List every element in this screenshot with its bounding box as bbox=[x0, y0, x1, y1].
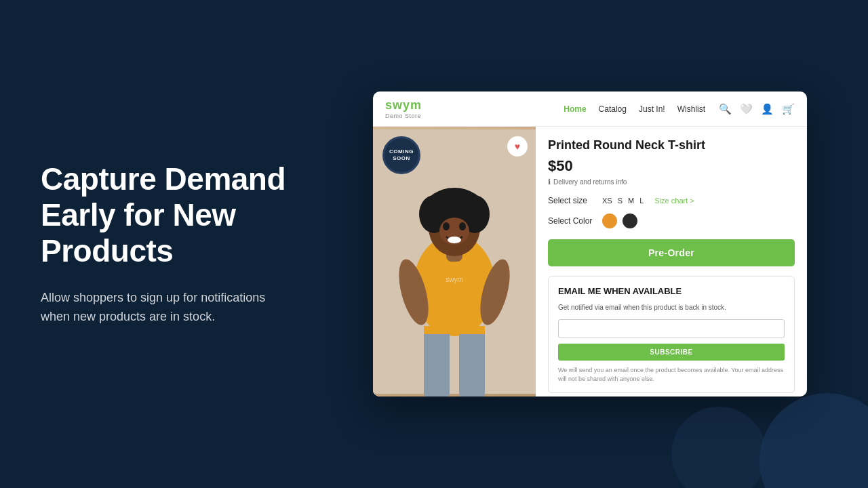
svg-text:swym: swym bbox=[446, 276, 463, 283]
color-options bbox=[602, 214, 637, 228]
coming-soon-line1: COMING bbox=[389, 148, 414, 155]
size-label: Select size bbox=[548, 196, 595, 205]
svg-point-10 bbox=[448, 237, 461, 243]
logo-sub: Demo Store bbox=[385, 113, 422, 119]
size-xs[interactable]: XS bbox=[602, 197, 612, 205]
deco-circle-2 bbox=[671, 407, 766, 488]
svg-rect-15 bbox=[459, 329, 485, 396]
store-window: swym Demo Store Home Catalog Just In! Wi… bbox=[373, 92, 807, 396]
product-price: $50 bbox=[548, 157, 795, 175]
size-s[interactable]: S bbox=[618, 197, 623, 205]
email-notify-title: EMAIL ME WHEN AVAILABLE bbox=[558, 286, 785, 298]
wishlist-heart-icon: ♥ bbox=[515, 141, 520, 152]
svg-rect-14 bbox=[424, 329, 450, 396]
delivery-info: ℹ Delivery and returns info bbox=[548, 178, 795, 186]
product-image-container: swym COMING SOON ♥ bbox=[373, 127, 536, 396]
svg-rect-16 bbox=[424, 326, 485, 334]
size-row: Select size XS S M L Size chart > bbox=[548, 196, 795, 205]
preorder-button[interactable]: Pre-Order bbox=[548, 239, 795, 266]
nav-just-in[interactable]: Just In! bbox=[639, 104, 665, 114]
cart-icon[interactable]: 🛒 bbox=[782, 103, 795, 115]
svg-point-11 bbox=[443, 222, 450, 230]
color-row: Select Color bbox=[548, 214, 795, 228]
nav-wishlist[interactable]: Wishlist bbox=[677, 104, 705, 114]
nav-home[interactable]: Home bbox=[564, 104, 586, 114]
logo-name: swym bbox=[385, 98, 422, 113]
store-logo: swym Demo Store bbox=[385, 98, 422, 119]
nav-icons: 🔍 🤍 👤 🛒 bbox=[719, 103, 795, 115]
nav-catalog[interactable]: Catalog bbox=[599, 104, 627, 114]
user-icon[interactable]: 👤 bbox=[761, 103, 774, 115]
nav-links: Home Catalog Just In! Wishlist bbox=[564, 104, 705, 114]
color-label: Select Color bbox=[548, 216, 595, 226]
store-mockup: swym Demo Store Home Catalog Just In! Wi… bbox=[326, 78, 868, 410]
delivery-info-text: Delivery and returns info bbox=[553, 178, 627, 186]
email-disclaimer: We will send you an email once the produ… bbox=[558, 366, 785, 383]
email-input[interactable] bbox=[558, 319, 785, 338]
size-chart-link[interactable]: Size chart > bbox=[654, 197, 694, 205]
size-options: XS S M L bbox=[602, 197, 644, 205]
email-notify-box: EMAIL ME WHEN AVAILABLE Get notified via… bbox=[548, 276, 795, 393]
size-m[interactable]: M bbox=[628, 197, 634, 205]
coming-soon-badge: COMING SOON bbox=[382, 136, 420, 174]
product-title: Printed Round Neck T-shirt bbox=[548, 138, 795, 153]
svg-point-12 bbox=[459, 222, 466, 230]
heart-nav-icon[interactable]: 🤍 bbox=[740, 103, 753, 115]
color-swatch-orange[interactable] bbox=[602, 214, 617, 228]
info-icon: ℹ bbox=[548, 178, 551, 186]
size-l[interactable]: L bbox=[639, 197, 644, 205]
color-swatch-black[interactable] bbox=[623, 214, 637, 228]
store-body: swym COMING SOON ♥ bbox=[373, 127, 807, 396]
store-nav: swym Demo Store Home Catalog Just In! Wi… bbox=[373, 92, 807, 127]
product-details: Printed Round Neck T-shirt $50 ℹ Deliver… bbox=[536, 127, 807, 396]
wishlist-button[interactable]: ♥ bbox=[507, 136, 528, 157]
headline: Capture Demand Early for New Products bbox=[41, 161, 292, 269]
email-notify-description: Get notified via email when this product… bbox=[558, 303, 785, 312]
coming-soon-line2: SOON bbox=[393, 155, 410, 162]
description: Allow shoppers to sign up for notificati… bbox=[41, 288, 292, 327]
subscribe-button[interactable]: SUBSCRIBE bbox=[558, 344, 785, 361]
search-icon[interactable]: 🔍 bbox=[719, 103, 732, 115]
left-panel: Capture Demand Early for New Products Al… bbox=[0, 121, 326, 367]
